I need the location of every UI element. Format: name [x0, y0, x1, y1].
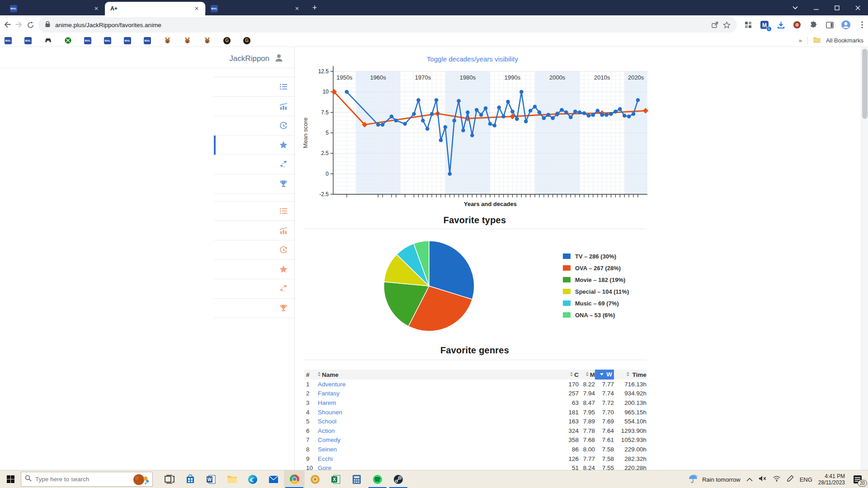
sidebar-item-recommended[interactable]	[214, 155, 294, 174]
sidebar-item-ratings[interactable]	[214, 221, 294, 240]
tab-close-icon[interactable]: ✕	[193, 5, 201, 13]
genre-link[interactable]: Action	[318, 427, 335, 434]
sidebar-item-achievements[interactable]	[214, 174, 294, 194]
legend-item-movie[interactable]: Movie – 182 (19%)	[563, 274, 629, 286]
sidebar-item-history[interactable]	[214, 116, 294, 136]
side-panel-icon[interactable]	[824, 19, 835, 31]
close-button[interactable]	[847, 0, 868, 15]
sidebar-item-history[interactable]	[214, 240, 294, 260]
genre-link[interactable]: Fantasy	[318, 390, 340, 397]
taskbar-excel-icon[interactable]: X	[326, 470, 346, 488]
taskbar-chrome-icon[interactable]	[284, 470, 305, 488]
bookmark-item[interactable]: MAL	[84, 37, 94, 44]
sidebar-item-favorites[interactable]	[214, 260, 294, 279]
genre-link[interactable]: Gore	[318, 465, 331, 470]
genre-link[interactable]: Comedy	[318, 436, 340, 443]
maximize-button[interactable]	[826, 0, 847, 15]
genre-link[interactable]: Adventure	[318, 381, 346, 388]
bookmark-item[interactable]	[64, 37, 74, 44]
bookmark-item[interactable]: MAL	[124, 37, 134, 44]
legend-item-ova[interactable]: OVA – 267 (28%)	[563, 262, 629, 274]
col-m[interactable]: M	[579, 371, 595, 378]
col-time[interactable]: Time	[614, 371, 646, 378]
mal-tools-extension-icon[interactable]	[791, 19, 803, 31]
bookmark-item[interactable]: MAL	[104, 37, 114, 44]
bookmark-item[interactable]: G	[243, 37, 253, 44]
sidebar-item-achievements[interactable]	[214, 299, 294, 318]
taskbar-mail-icon[interactable]	[263, 470, 284, 488]
bookmark-item[interactable]: MAL	[24, 37, 34, 44]
col-c[interactable]: C	[555, 371, 579, 378]
tab-groups-icon[interactable]	[742, 19, 754, 31]
clock[interactable]: 4:41 PM 28/11/2023	[818, 473, 845, 486]
all-bookmarks-label[interactable]: All Bookmarks	[826, 37, 863, 44]
new-tab-button[interactable]: +	[308, 2, 321, 14]
tab-close-icon[interactable]: ✕	[92, 5, 100, 13]
tab-search-chevron-icon[interactable]	[785, 0, 806, 15]
col-w-sorted[interactable]: W	[595, 370, 614, 380]
legend-item-special[interactable]: Special – 104 (11%)	[563, 286, 629, 297]
taskbar-word-icon[interactable]: W	[201, 470, 222, 488]
omnibox[interactable]: anime.plus/JackRippon/favorites.anime	[38, 17, 737, 33]
reload-icon[interactable]	[26, 17, 35, 33]
taskbar: W X	[0, 470, 868, 488]
profile-row[interactable]: JackRippon	[0, 51, 289, 67]
weather-widget[interactable]: Rain tomorrow	[688, 473, 741, 486]
volume-muted-icon[interactable]	[759, 475, 767, 483]
sidebar-item-favorites[interactable]	[214, 136, 294, 155]
url-text[interactable]: anime.plus/JackRippon/favorites.anime	[55, 22, 709, 28]
profile-avatar[interactable]	[840, 19, 852, 31]
back-icon[interactable]	[3, 17, 12, 33]
start-button[interactable]	[0, 470, 21, 488]
bookmark-item[interactable]	[164, 37, 174, 44]
browser-tab-2[interactable]: MAL ✕	[205, 2, 306, 15]
sidebar-item-manga-list[interactable]	[214, 202, 294, 221]
pen-icon[interactable]	[787, 475, 794, 484]
genre-link[interactable]: Ecchi	[318, 455, 333, 462]
minimize-button[interactable]	[806, 0, 826, 15]
sidebar-item-anime-list[interactable]	[214, 77, 294, 97]
legend-item-ona[interactable]: ONA – 53 (6%)	[563, 309, 629, 321]
taskbar-gold-disc-icon[interactable]	[305, 470, 326, 488]
page-scrollbar[interactable]	[861, 47, 868, 470]
taskbar-edge-icon[interactable]	[242, 470, 263, 488]
bookmark-item[interactable]: MAL	[5, 37, 14, 44]
tab-close-icon[interactable]: ✕	[293, 5, 301, 13]
genre-link[interactable]: Seinen	[318, 446, 337, 453]
language-indicator[interactable]: ENG	[800, 476, 812, 483]
forward-icon[interactable]	[14, 17, 24, 33]
bookmark-item[interactable]	[203, 37, 213, 44]
sidebar-item-ratings[interactable]	[214, 97, 294, 116]
taskbar-spotify-icon[interactable]	[367, 470, 388, 488]
taskbar-explorer-icon[interactable]	[222, 470, 242, 488]
bookmark-item[interactable]	[44, 37, 54, 44]
taskbar-calculator-icon[interactable]	[346, 470, 367, 488]
bookmark-item[interactable]: MAL	[144, 37, 154, 44]
downloads-extension-icon[interactable]	[775, 19, 787, 31]
extensions-puzzle-icon[interactable]	[807, 19, 819, 31]
bookmark-star-icon[interactable]	[721, 19, 732, 31]
bookmarks-overflow-chevron[interactable]: »	[799, 37, 802, 44]
mal-updater-extension-icon[interactable]: M1	[759, 19, 770, 31]
scrollbar-thumb[interactable]	[862, 49, 868, 119]
col-name[interactable]: Name	[318, 371, 555, 378]
share-icon[interactable]	[709, 19, 721, 31]
bookmark-item[interactable]: G	[223, 37, 233, 44]
genre-link[interactable]: Harem	[318, 399, 336, 406]
genre-link[interactable]: Shounen	[318, 409, 342, 416]
legend-item-tv[interactable]: TV – 286 (30%)	[563, 250, 629, 262]
browser-tab-1[interactable]: A+ ✕	[105, 2, 205, 15]
tray-chevron-up-icon[interactable]	[746, 475, 753, 483]
browser-tab-0[interactable]: MAL ✕	[5, 2, 105, 15]
taskbar-store-icon[interactable]	[180, 470, 201, 488]
action-center-icon[interactable]: 20	[851, 473, 864, 486]
menu-dots-icon[interactable]	[856, 19, 868, 31]
sidebar-item-recommended[interactable]	[214, 279, 294, 299]
legend-item-music[interactable]: Music – 69 (7%)	[563, 297, 629, 309]
taskbar-task-view-icon[interactable]	[159, 470, 180, 488]
wifi-icon[interactable]	[773, 475, 781, 483]
taskbar-search-box[interactable]	[21, 472, 153, 487]
genre-link[interactable]: School	[318, 418, 336, 425]
taskbar-steam-icon[interactable]	[388, 470, 409, 488]
bookmark-item[interactable]	[184, 37, 193, 44]
